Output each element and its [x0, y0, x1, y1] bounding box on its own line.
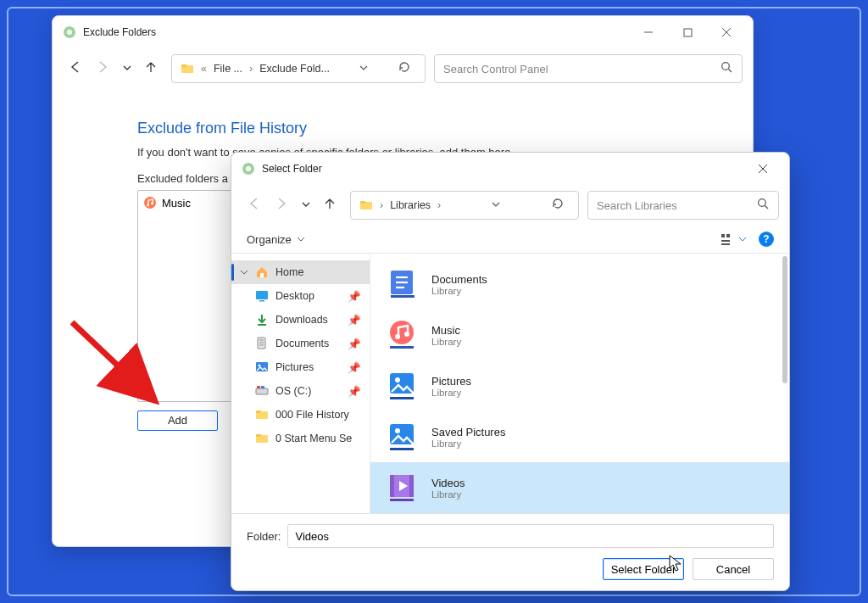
scrollbar[interactable]: [782, 256, 787, 383]
folder-icon: [255, 432, 269, 445]
svg-rect-60: [409, 475, 414, 497]
cancel-button[interactable]: Cancel: [693, 558, 774, 580]
library-item-name: Documents: [431, 273, 487, 286]
folder-icon: [359, 198, 373, 212]
nav-up-button[interactable]: [323, 197, 337, 214]
folder-label: Folder:: [247, 530, 281, 543]
breadcrumb-segment[interactable]: Exclude Fold...: [259, 63, 330, 75]
close-button[interactable]: [707, 20, 746, 45]
svg-rect-57: [390, 448, 414, 450]
dropdown-icon: [297, 235, 305, 243]
svg-rect-27: [256, 291, 268, 299]
sidebar-item-desktop[interactable]: Desktop 📌: [231, 284, 370, 308]
search-box[interactable]: Search Libraries: [587, 191, 779, 220]
nav-recent-button[interactable]: [122, 61, 132, 76]
library-item-name: Saved Pictures: [431, 426, 505, 438]
view-options-button[interactable]: [721, 233, 747, 245]
chevron-right-icon: ›: [249, 63, 253, 75]
breadcrumb[interactable]: › Libraries ›: [350, 191, 579, 220]
library-item-pictures[interactable]: PicturesLibrary: [370, 360, 789, 411]
svg-point-15: [246, 166, 251, 171]
sidebar-item-folder[interactable]: 000 File History: [231, 403, 370, 427]
sidebar-item-documents[interactable]: Documents 📌: [231, 332, 370, 355]
nav-up-button[interactable]: [144, 60, 158, 77]
svg-point-11: [147, 204, 149, 207]
refresh-button[interactable]: [398, 60, 415, 77]
dialog-close-button[interactable]: [743, 156, 782, 181]
folder-list: DocumentsLibrary MusicLibrary PicturesLi…: [370, 254, 789, 513]
minimize-button[interactable]: [629, 20, 668, 45]
breadcrumb-dropdown-button[interactable]: [491, 199, 501, 212]
nav-recent-button[interactable]: [301, 198, 311, 213]
refresh-button[interactable]: [551, 197, 568, 214]
folder-input[interactable]: [287, 524, 774, 548]
sidebar-item-home[interactable]: Home: [231, 260, 370, 284]
videos-library-icon: [386, 471, 420, 505]
svg-rect-7: [181, 64, 186, 67]
svg-rect-26: [260, 273, 264, 277]
window-title: Exclude Folders: [83, 26, 156, 38]
chevron-down-icon: [240, 268, 248, 276]
dialog-nav-bar: › Libraries › Search Libraries: [231, 185, 789, 226]
view-icon: [721, 233, 735, 245]
svg-rect-59: [390, 475, 394, 497]
svg-rect-62: [390, 499, 414, 501]
maximize-button[interactable]: [668, 20, 707, 45]
home-icon: [255, 265, 269, 279]
nav-forward-button[interactable]: [274, 196, 289, 215]
pictures-library-icon: [386, 420, 420, 454]
pin-icon: 📌: [348, 361, 361, 374]
nav-back-button[interactable]: [68, 59, 83, 78]
search-placeholder: Search Libraries: [597, 199, 677, 212]
sidebar-item-label: Pictures: [275, 361, 314, 373]
library-item-name: Music: [431, 324, 461, 337]
svg-rect-40: [256, 410, 261, 413]
library-item-videos[interactable]: VideosLibrary: [370, 462, 789, 513]
svg-line-9: [729, 70, 732, 73]
sidebar-item-label: Desktop: [275, 290, 314, 302]
library-item-documents[interactable]: DocumentsLibrary: [370, 259, 789, 310]
organize-label: Organize: [247, 233, 292, 246]
sidebar-item-label: Home: [275, 266, 303, 278]
music-library-icon: [143, 196, 157, 209]
documents-icon: [255, 337, 269, 350]
nav-forward-button[interactable]: [95, 59, 110, 78]
sidebar-item-label: OS (C:): [275, 385, 311, 397]
library-item-music[interactable]: MusicLibrary: [370, 310, 789, 360]
breadcrumb-segment[interactable]: File ...: [214, 63, 242, 75]
breadcrumb-dropdown-button[interactable]: [359, 63, 369, 75]
select-folder-button[interactable]: Select Folder: [603, 558, 684, 580]
folder-icon: [255, 408, 269, 422]
add-button[interactable]: Add: [137, 410, 218, 431]
chevron-left-icon: «: [201, 63, 207, 75]
svg-rect-37: [257, 386, 260, 388]
library-item-type: Library: [431, 438, 505, 449]
svg-point-49: [395, 334, 400, 339]
pictures-icon: [255, 360, 269, 374]
dialog-titlebar: Select Folder: [231, 153, 789, 185]
svg-point-35: [259, 365, 261, 367]
search-box[interactable]: Search Control Panel: [434, 54, 743, 83]
svg-rect-28: [259, 300, 264, 302]
breadcrumb-segment[interactable]: Libraries: [390, 199, 431, 211]
svg-point-1: [67, 30, 72, 35]
sidebar-item-os-c[interactable]: OS (C:) 📌: [231, 379, 370, 403]
pin-icon: 📌: [348, 290, 361, 303]
svg-point-48: [390, 321, 414, 344]
sidebar-item-downloads[interactable]: Downloads 📌: [231, 308, 370, 332]
library-item-type: Library: [431, 388, 471, 398]
sidebar-item-pictures[interactable]: Pictures 📌: [231, 355, 370, 379]
sidebar-item-label: Downloads: [275, 314, 328, 326]
music-library-icon: [386, 318, 420, 352]
library-item-saved-pictures[interactable]: Saved PicturesLibrary: [370, 411, 789, 462]
breadcrumb[interactable]: « File ... › Exclude Fold...: [171, 54, 426, 83]
svg-point-12: [151, 203, 153, 205]
sidebar-item-label: Documents: [275, 338, 329, 349]
svg-line-21: [765, 206, 769, 209]
sidebar-item-folder[interactable]: 0 Start Menu Se: [231, 427, 370, 450]
drive-icon: [255, 384, 269, 398]
organize-menu[interactable]: Organize: [247, 233, 305, 246]
help-button[interactable]: ?: [759, 232, 774, 247]
svg-rect-38: [261, 386, 264, 388]
nav-back-button[interactable]: [247, 196, 262, 215]
